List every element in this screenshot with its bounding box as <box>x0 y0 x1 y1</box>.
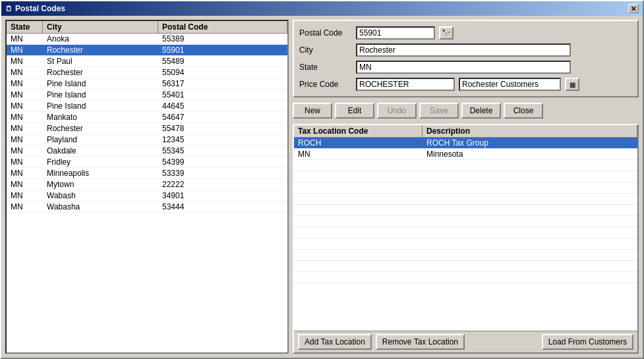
list-cell-city: Mankato <box>43 112 158 123</box>
column-header-city: City <box>43 21 158 33</box>
list-item[interactable]: MN Wabash 34901 <box>7 190 287 202</box>
tax-list-item[interactable] <box>294 205 637 216</box>
postal-codes-list: State City Postal Code MN Anoka 55389 MN… <box>5 20 289 354</box>
list-item[interactable]: MN Rochester 55094 <box>7 67 287 78</box>
list-item[interactable]: MN Minneapolis 53339 <box>7 168 287 179</box>
list-cell-city: Mytown <box>43 179 158 190</box>
price-code-search-button[interactable]: ▦ <box>565 78 579 91</box>
price-code-input[interactable] <box>356 78 455 91</box>
list-item[interactable]: MN Oakdale 55345 <box>7 146 287 157</box>
list-item[interactable]: MN Rochester 55901 <box>7 45 287 56</box>
list-cell-postal-code: 55478 <box>158 123 287 134</box>
list-cell-state: MN <box>7 157 43 167</box>
tax-list-item[interactable]: ROCH ROCH Tax Group <box>294 138 637 149</box>
tax-list-item[interactable] <box>294 227 637 238</box>
tax-cell-description <box>423 227 637 238</box>
tax-cell-code <box>294 182 423 193</box>
main-window: 🗒 Postal Codes ✕ State City Postal Code … <box>0 0 644 359</box>
list-cell-state: MN <box>7 67 43 78</box>
window-close-button[interactable]: ✕ <box>628 4 639 13</box>
action-buttons: New Edit Undo Save Delete Close <box>293 100 639 121</box>
list-cell-state: MN <box>7 146 43 156</box>
tax-cell-description: Minnesota <box>423 149 637 159</box>
city-label: City <box>299 45 352 55</box>
tax-cell-description <box>423 238 637 249</box>
tax-cell-code <box>294 160 423 171</box>
city-input[interactable] <box>356 43 571 57</box>
remove-tax-location-button[interactable]: Remove Tax Location <box>376 334 465 350</box>
tax-cell-code <box>294 171 423 182</box>
tax-cell-code <box>294 205 423 215</box>
list-header: State City Postal Code <box>7 21 287 34</box>
tax-list-item[interactable]: MN Minnesota <box>294 149 637 160</box>
list-item[interactable]: MN Pine Island 44645 <box>7 101 287 112</box>
undo-button[interactable]: Undo <box>377 103 417 119</box>
tax-list-item[interactable] <box>294 160 637 171</box>
list-cell-state: MN <box>7 190 43 201</box>
list-item[interactable]: MN Playland 12345 <box>7 134 287 146</box>
tax-cell-description <box>423 216 637 227</box>
postal-code-input[interactable] <box>356 26 435 40</box>
list-item[interactable]: MN Fridley 54399 <box>7 157 287 168</box>
state-input[interactable] <box>356 61 571 74</box>
list-cell-state: MN <box>7 134 43 145</box>
price-code-label: Price Code <box>299 80 352 89</box>
save-button[interactable]: Save <box>419 103 459 119</box>
postal-code-search-button[interactable]: 🔭 <box>439 26 454 40</box>
list-cell-city: Wabash <box>43 190 158 201</box>
list-cell-city: Anoka <box>43 34 158 44</box>
tax-list-item[interactable] <box>294 182 637 194</box>
list-cell-state: MN <box>7 202 43 212</box>
list-body[interactable]: MN Anoka 55389 MN Rochester 55901 MN St … <box>7 34 287 352</box>
tax-list-item[interactable] <box>294 194 637 205</box>
tax-list-item[interactable] <box>294 171 637 182</box>
state-row: State <box>299 61 632 74</box>
tax-body[interactable]: ROCH ROCH Tax Group MN Minnesota <box>294 138 637 331</box>
close-button[interactable]: Close <box>504 103 543 119</box>
postal-code-row: Postal Code 🔭 <box>299 26 632 40</box>
list-item[interactable]: MN Pine Island 56317 <box>7 78 287 90</box>
tax-list-item[interactable] <box>294 272 637 283</box>
list-item[interactable]: MN Mankato 54647 <box>7 112 287 123</box>
tax-cell-code <box>294 227 423 238</box>
tax-column-header-description: Description <box>423 125 637 137</box>
price-name-input[interactable] <box>459 78 561 91</box>
list-cell-state: MN <box>7 45 43 55</box>
list-cell-postal-code: 55401 <box>158 90 287 100</box>
edit-button[interactable]: Edit <box>335 103 374 119</box>
list-cell-state: MN <box>7 123 43 134</box>
list-item[interactable]: MN Wabasha 53444 <box>7 202 287 213</box>
list-cell-state: MN <box>7 34 43 44</box>
tax-cell-description <box>423 250 637 260</box>
tax-list-item[interactable] <box>294 250 637 261</box>
add-tax-location-button[interactable]: Add Tax Location <box>298 334 372 350</box>
list-cell-postal-code: 55094 <box>158 67 287 78</box>
form-section: Postal Code 🔭 City State Price Code <box>293 20 639 97</box>
list-cell-postal-code: 55389 <box>158 34 287 44</box>
new-button[interactable]: New <box>293 103 332 119</box>
tax-cell-code: MN <box>294 149 423 159</box>
delete-button[interactable]: Delete <box>461 103 501 119</box>
list-item[interactable]: MN Anoka 55389 <box>7 34 287 45</box>
city-row: City <box>299 43 632 57</box>
tax-column-header-code: Tax Location Code <box>294 125 423 137</box>
list-item[interactable]: MN Mytown 22222 <box>7 179 287 190</box>
window-title: Postal Codes <box>15 4 65 13</box>
tax-cell-description <box>423 205 637 215</box>
load-from-customers-button[interactable]: Load From Customers <box>542 334 633 350</box>
title-bar-text: 🗒 Postal Codes <box>5 4 65 13</box>
list-cell-postal-code: 55489 <box>158 56 287 67</box>
list-cell-postal-code: 12345 <box>158 134 287 145</box>
list-item[interactable]: MN Pine Island 55401 <box>7 90 287 101</box>
tax-footer: Add Tax Location Remove Tax Location Loa… <box>294 331 637 352</box>
list-item[interactable]: MN St Paul 55489 <box>7 56 287 67</box>
state-label: State <box>299 63 352 72</box>
window-icon: 🗒 <box>5 5 13 13</box>
price-search-icon: ▦ <box>570 81 575 88</box>
list-item[interactable]: MN Rochester 55478 <box>7 123 287 134</box>
tax-list-item[interactable] <box>294 238 637 250</box>
tax-list-item[interactable] <box>294 261 637 272</box>
list-cell-state: MN <box>7 168 43 179</box>
title-bar: 🗒 Postal Codes ✕ <box>1 1 643 16</box>
tax-list-item[interactable] <box>294 216 637 227</box>
